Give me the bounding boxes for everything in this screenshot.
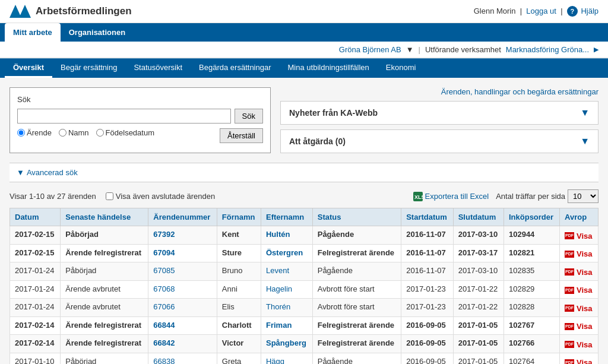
cell-efternamn-link[interactable]: Hultén — [266, 230, 290, 239]
cell-efternamn-link[interactable]: Hägg — [266, 357, 284, 365]
sub-nav-begarda-ersattningar[interactable]: Begärda ersättningar — [191, 59, 279, 78]
cell-efternamn-link[interactable]: Spångberg — [266, 338, 306, 347]
nyheter-dropdown[interactable]: Nyheter från KA-Webb ▼ — [280, 101, 598, 125]
radio-fodelsedatum-label[interactable]: Födelsedatum — [96, 128, 154, 137]
context-arrow: ▼ — [406, 45, 414, 54]
cell-arendenummer-link[interactable]: 67068 — [153, 284, 175, 293]
cell-efternamn[interactable]: Hultén — [261, 226, 312, 245]
cell-arendenummer[interactable]: 67066 — [148, 299, 217, 317]
cell-avrop[interactable]: PDFVisa — [560, 335, 598, 353]
per-page-select[interactable]: 10 25 50 100 — [568, 189, 598, 203]
sub-nav-mina-utbildningstillfallen[interactable]: Mina utbildningstillfällen — [280, 59, 378, 78]
col-fornamn[interactable]: Förnamn — [217, 208, 261, 226]
visa-link[interactable]: PDFVisa — [565, 358, 593, 364]
visa-link[interactable]: PDFVisa — [565, 304, 593, 313]
cell-avrop[interactable]: PDFVisa — [560, 262, 598, 281]
cell-arendenummer[interactable]: 67094 — [148, 244, 217, 262]
visa-link[interactable]: PDFVisa — [565, 286, 593, 295]
col-status[interactable]: Status — [312, 208, 401, 226]
sub-nav-begar-ersattning[interactable]: Begär ersättning — [52, 59, 125, 78]
cell-efternamn[interactable]: Spångberg — [261, 335, 312, 353]
cell-efternamn[interactable]: Östergren — [261, 244, 312, 262]
cell-efternamn[interactable]: Thorén — [261, 299, 312, 317]
cell-slutdatum: 2017-03-10 — [453, 262, 504, 281]
cell-efternamn[interactable]: Hägg — [261, 353, 312, 364]
cell-arendenummer-link[interactable]: 67066 — [153, 302, 175, 311]
cell-efternamn-link[interactable]: Friman — [266, 321, 292, 330]
radio-arende[interactable] — [17, 129, 25, 137]
cell-arendenummer[interactable]: 67068 — [148, 280, 217, 299]
cell-efternamn[interactable]: Levent — [261, 262, 312, 281]
cell-efternamn[interactable]: Hagelin — [261, 280, 312, 299]
cell-efternamn-link[interactable]: Hagelin — [266, 284, 292, 293]
cell-avrop[interactable]: PDFVisa — [560, 316, 598, 335]
cell-efternamn[interactable]: Friman — [261, 316, 312, 335]
visa-link[interactable]: PDFVisa — [565, 340, 593, 349]
cell-arendenummer-link[interactable]: 67085 — [153, 266, 175, 275]
col-avrop[interactable]: Avrop — [560, 208, 598, 226]
cell-avrop[interactable]: PDFVisa — [560, 353, 598, 364]
utforande-value[interactable]: Marknadsföring Gröna... — [506, 45, 589, 54]
table-controls: Visar 1-10 av 27 ärenden Visa även avslu… — [10, 189, 598, 203]
show-avslutade-checkbox[interactable] — [106, 192, 113, 200]
cell-avrop[interactable]: PDFVisa — [560, 226, 598, 245]
logout-link[interactable]: Logga ut — [526, 7, 556, 15]
per-page: Antal träffar per sida 10 25 50 100 — [496, 189, 598, 203]
cell-arendenummer-link[interactable]: 66842 — [153, 338, 175, 347]
cell-fornamn: Greta — [217, 353, 261, 364]
visa-link[interactable]: PDFVisa — [565, 322, 593, 331]
cell-avrop[interactable]: PDFVisa — [560, 280, 598, 299]
table-row: 2017-01-24Ärende avbrutet67068AnniHageli… — [10, 280, 598, 299]
tab-mitt-arbete[interactable]: Mitt arbete — [5, 23, 61, 42]
tab-organisationen[interactable]: Organisationen — [61, 23, 134, 42]
advanced-search[interactable]: ▼ Avancerad sök — [10, 163, 598, 182]
cell-arendenummer[interactable]: 66844 — [148, 316, 217, 335]
sub-nav-ekonomi[interactable]: Ekonomi — [378, 59, 425, 78]
sub-nav-oversikt[interactable]: Översikt — [5, 59, 52, 78]
cell-arendenummer-link[interactable]: 67094 — [153, 248, 175, 257]
atgarda-dropdown[interactable]: Att åtgärda (0) ▼ — [280, 129, 598, 153]
radio-fodelsedatum[interactable] — [96, 129, 104, 137]
help-link[interactable]: Hjälp — [581, 7, 598, 15]
cell-avrop[interactable]: PDFVisa — [560, 244, 598, 262]
col-senaste-handelse[interactable]: Senaste händelse — [61, 208, 148, 226]
search-input[interactable] — [17, 109, 231, 124]
svg-text:XLS: XLS — [414, 194, 423, 200]
cell-efternamn-link[interactable]: Thorén — [266, 302, 290, 311]
sub-nav-statusoversikt[interactable]: Statusöversikt — [125, 59, 191, 78]
cell-arendenummer[interactable]: 67392 — [148, 226, 217, 245]
cell-senaste-handelse: Påbörjad — [61, 226, 148, 245]
reset-button[interactable]: Återställ — [220, 128, 263, 143]
cell-arendenummer[interactable]: 66838 — [148, 353, 217, 364]
cell-slutdatum: 2017-01-05 — [453, 316, 504, 335]
radio-namn[interactable] — [59, 129, 66, 137]
col-startdatum[interactable]: Startdatum — [401, 208, 453, 226]
cell-datum: 2017-02-14 — [10, 316, 61, 335]
col-slutdatum[interactable]: Slutdatum — [453, 208, 504, 226]
visa-link[interactable]: PDFVisa — [565, 268, 593, 277]
cell-arendenummer-link[interactable]: 66838 — [153, 357, 175, 365]
cell-arendenummer[interactable]: 67085 — [148, 262, 217, 281]
visa-link[interactable]: PDFVisa — [565, 232, 593, 240]
org-link[interactable]: Gröna Björnen AB — [339, 45, 401, 54]
cell-efternamn-link[interactable]: Levent — [266, 266, 289, 275]
cell-arendenummer-link[interactable]: 67392 — [153, 230, 175, 239]
search-button[interactable]: Sök — [235, 109, 263, 124]
show-avslutade-label[interactable]: Visa även avslutade ärenden — [106, 192, 215, 201]
col-inkopsorder[interactable]: Inköpsorder — [504, 208, 559, 226]
cell-startdatum: 2017-01-23 — [401, 280, 453, 299]
export-excel-link[interactable]: XLS Exportera till Excel — [413, 192, 489, 201]
top-header: Arbetsförmedlingen Glenn Morin | Logga u… — [0, 0, 608, 23]
col-efternamn[interactable]: Efternamn — [261, 208, 312, 226]
radio-namn-label[interactable]: Namn — [59, 128, 89, 137]
advanced-search-label: Avancerad sök — [27, 168, 78, 177]
radio-arende-label[interactable]: Ärende — [17, 128, 52, 137]
col-datum[interactable]: Datum — [10, 208, 61, 226]
col-arendenummer[interactable]: Ärendenummer — [148, 208, 217, 226]
cell-avrop[interactable]: PDFVisa — [560, 299, 598, 317]
visa-link[interactable]: PDFVisa — [565, 249, 593, 258]
cell-arendenummer[interactable]: 66842 — [148, 335, 217, 353]
cell-arendenummer-link[interactable]: 66844 — [153, 321, 175, 330]
cell-efternamn-link[interactable]: Östergren — [266, 248, 303, 257]
context-bar: Gröna Björnen AB ▼ | Utförande verksamhe… — [0, 42, 608, 58]
